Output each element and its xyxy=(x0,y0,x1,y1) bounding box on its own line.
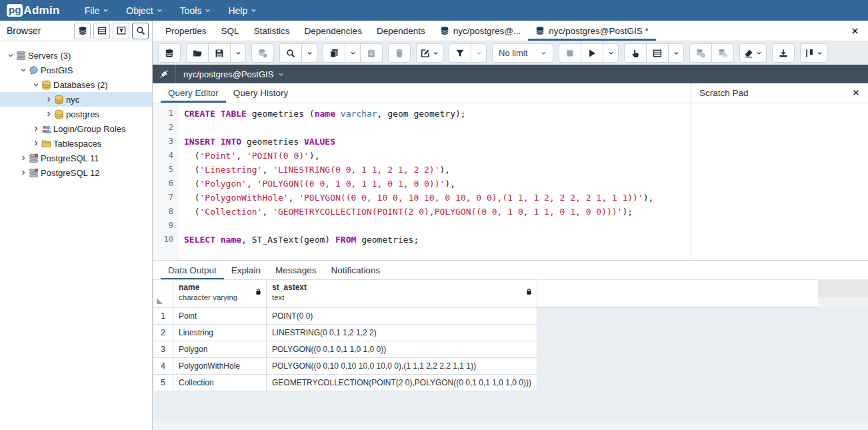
tab-query-editor[interactable]: Query Editor xyxy=(161,83,226,103)
chevron-down-icon xyxy=(476,50,482,56)
table-icon xyxy=(653,49,662,58)
tab-notifications[interactable]: Notifications xyxy=(324,261,388,280)
save-options-button[interactable] xyxy=(230,43,246,63)
explain-options-button[interactable] xyxy=(668,43,684,63)
row-number-cell[interactable]: 2 xyxy=(153,325,173,341)
sql-code[interactable]: CREATE TABLE geometries (name varchar, g… xyxy=(179,103,691,260)
row-number-cell[interactable]: 3 xyxy=(153,341,173,358)
tab-dependencies[interactable]: Dependencies xyxy=(297,21,369,41)
tab-dependents[interactable]: Dependents xyxy=(369,21,433,41)
tab-nyc-postgres-postgis[interactable]: nyc/postgres@PostGIS * xyxy=(528,21,656,41)
tree-expander[interactable] xyxy=(31,125,41,132)
tree-expander[interactable] xyxy=(18,155,28,161)
tab-explain[interactable]: Explain xyxy=(224,261,268,280)
tree-expander[interactable] xyxy=(5,52,15,59)
menu-file[interactable]: File xyxy=(77,2,117,19)
cell-st-astext[interactable]: GEOMETRYCOLLECTION(POINT(2 0),POLYGON((0… xyxy=(267,375,537,391)
scratch-pad-area[interactable] xyxy=(691,103,868,259)
open-file-button[interactable] xyxy=(186,43,209,63)
stop-icon xyxy=(565,49,575,58)
tree-item-postgis[interactable]: PostGIS xyxy=(0,63,152,77)
tree-item-databases-2[interactable]: Databases (2) xyxy=(0,77,152,92)
connection-dropdown[interactable]: nyc/postgres@PostGIS xyxy=(183,69,284,79)
macro-button[interactable] xyxy=(800,43,827,63)
tree-item-postgres[interactable]: postgres xyxy=(0,107,152,121)
explain-analyze-button[interactable] xyxy=(646,43,669,63)
tree-expander[interactable] xyxy=(43,96,53,103)
row-limit-select[interactable]: No limit xyxy=(492,43,553,63)
download-button[interactable] xyxy=(772,43,795,63)
menu-tools[interactable]: Tools xyxy=(173,2,219,19)
column-header-name[interactable]: namecharacter varying xyxy=(173,280,267,308)
menu-object[interactable]: Object xyxy=(119,2,169,19)
tree-item-nyc[interactable]: nyc xyxy=(0,92,152,107)
find-button[interactable] xyxy=(279,43,302,63)
tree-item-label: PostgreSQL 12 xyxy=(41,168,99,178)
cell-st-astext[interactable]: POLYGON((0 0,1 0,1 1,0 1,0 0)) xyxy=(267,341,537,358)
rollback-button[interactable] xyxy=(711,43,734,63)
tab-statistics[interactable]: Statistics xyxy=(247,21,297,41)
cell-name[interactable]: Point xyxy=(173,308,267,325)
edit-menu-button[interactable] xyxy=(416,43,443,63)
delete-rows-button[interactable] xyxy=(388,43,411,63)
copy-icon xyxy=(329,49,339,58)
tab-nyc-postgres[interactable]: nyc/postgres@... xyxy=(433,21,529,41)
tab-query-history[interactable]: Query History xyxy=(226,83,296,103)
menu-help[interactable]: Help xyxy=(221,2,264,19)
tree-expander[interactable] xyxy=(18,67,28,73)
select-all-cell[interactable] xyxy=(153,280,173,308)
query-tool-button[interactable] xyxy=(74,23,91,39)
tree-item-login-group-roles[interactable]: Login/Group Roles xyxy=(0,121,152,136)
cell-name[interactable]: PolygonWithHole xyxy=(173,358,267,375)
cell-st-astext[interactable]: POINT(0 0) xyxy=(267,308,537,325)
tab-data-output[interactable]: Data Output xyxy=(161,261,224,280)
save-data-changes-button[interactable] xyxy=(251,43,274,63)
tree-item-postgresql-11[interactable]: PostgreSQL 11 xyxy=(0,151,152,165)
filtered-rows-button[interactable] xyxy=(113,23,129,39)
clear-button[interactable] xyxy=(739,43,767,63)
tree-item-label: postgres xyxy=(66,109,99,119)
tree-expander[interactable] xyxy=(31,81,41,88)
row-number-cell[interactable]: 1 xyxy=(153,308,173,325)
tree-expander[interactable] xyxy=(18,169,28,176)
sql-editor[interactable]: 12345678910 CREATE TABLE geometries (nam… xyxy=(153,103,691,260)
column-header-st-astext[interactable]: st_astexttext xyxy=(267,280,537,308)
tree-item-servers-3[interactable]: Servers (3) xyxy=(0,48,152,63)
execute-options-button[interactable] xyxy=(603,43,619,63)
scratch-pad-close-button[interactable] xyxy=(852,87,860,99)
tab-sql[interactable]: SQL xyxy=(214,21,247,41)
tree-expander[interactable] xyxy=(43,111,53,117)
cell-st-astext[interactable]: POLYGON((0 0,10 0,10 10,0 10,0 0),(1 1,1… xyxy=(267,358,537,375)
cell-st-astext[interactable]: LINESTRING(0 0,1 1,2 1,2 2) xyxy=(267,325,537,341)
commit-button[interactable] xyxy=(689,43,712,63)
cell-name[interactable]: Polygon xyxy=(173,341,267,358)
horizontal-scrollbar[interactable] xyxy=(153,421,868,430)
copy-button[interactable] xyxy=(323,43,345,63)
execute-button[interactable] xyxy=(581,43,603,63)
tab-properties[interactable]: Properties xyxy=(158,21,214,41)
copy-options-button[interactable] xyxy=(345,43,361,63)
row-number-cell[interactable]: 5 xyxy=(153,375,173,391)
search-objects-button[interactable] xyxy=(132,23,149,39)
tree-item-tablespaces[interactable]: Tablespaces xyxy=(0,136,152,151)
find-options-button[interactable] xyxy=(301,43,317,63)
toolbar-group xyxy=(416,43,443,63)
row-number-cell[interactable]: 4 xyxy=(153,358,173,375)
query-tool-button[interactable] xyxy=(158,43,181,63)
column-name: name xyxy=(179,283,255,293)
tree-item-postgresql-12[interactable]: PostgreSQL 12 xyxy=(0,165,152,180)
close-tab-icon[interactable] xyxy=(851,26,861,36)
filter-button[interactable] xyxy=(449,43,471,63)
view-data-button[interactable] xyxy=(93,23,110,39)
save-file-button[interactable] xyxy=(208,43,231,63)
cell-name[interactable]: Linestring xyxy=(173,325,267,341)
grid-scroll-track[interactable] xyxy=(818,297,868,308)
filter-options-button[interactable] xyxy=(471,43,487,63)
tab-messages[interactable]: Messages xyxy=(268,261,324,280)
paste-button[interactable] xyxy=(360,43,383,63)
cancel-query-button[interactable] xyxy=(559,43,581,63)
explain-button[interactable] xyxy=(624,43,647,63)
cell-name[interactable]: Collection xyxy=(173,375,267,391)
grid-scroll-corner[interactable] xyxy=(818,279,868,297)
tree-expander[interactable] xyxy=(31,140,41,147)
